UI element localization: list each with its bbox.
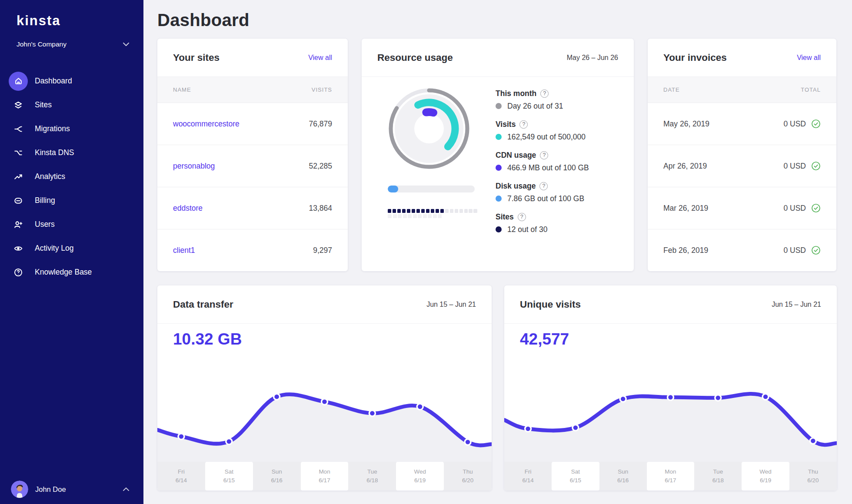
invoice-date: Mar 26, 2019	[663, 204, 708, 213]
table-row: May 26, 2019 0 USD	[648, 103, 836, 145]
credit-card-icon	[9, 191, 28, 210]
legend-sites: Sites? 12 out of 30	[496, 211, 589, 236]
legend-title: Visits	[496, 120, 516, 129]
sidebar-item-migrations[interactable]: Migrations	[0, 117, 143, 141]
site-visits: 13,864	[309, 204, 332, 213]
resource-gauges	[388, 87, 477, 242]
sidebar-item-knowledge-base[interactable]: Knowledge Base	[0, 260, 143, 284]
day-label: Sat6/15	[205, 462, 253, 491]
site-link[interactable]: client1	[173, 246, 195, 255]
site-visits: 52,285	[309, 162, 332, 171]
blue-dot-icon	[496, 196, 502, 202]
table-row: Feb 26, 2019 0 USD	[648, 229, 836, 271]
invoice-date: Feb 26, 2019	[663, 246, 708, 255]
day-label: Wed6/19	[396, 462, 444, 491]
invoice-total: 0 USD	[783, 204, 806, 213]
table-row: woocommercestore 76,879	[157, 103, 348, 145]
sidebar-item-activity-log[interactable]: Activity Log	[0, 236, 143, 260]
legend-value: 466.9 MB out of 100 GB	[507, 163, 589, 172]
day-label: Thu6/20	[789, 462, 837, 491]
legend-value: 7.86 GB out of 100 GB	[507, 194, 584, 203]
day-axis: Fri6/14 Sat6/15 Sun6/16 Mon6/17 Tue6/18 …	[504, 462, 837, 491]
sidebar-item-label: Sites	[35, 100, 52, 109]
sidebar-item-label: Billing	[35, 196, 55, 205]
day-label: Tue6/18	[348, 462, 396, 491]
card-title: Data transfer	[173, 299, 233, 310]
question-circle-icon	[9, 263, 28, 282]
help-icon[interactable]: ?	[539, 182, 548, 190]
sidebar-item-label: Analytics	[35, 172, 65, 181]
column-total: TOTAL	[801, 86, 821, 93]
legend-value: Day 26 out of 31	[507, 102, 563, 111]
site-link[interactable]: woocommercestore	[173, 119, 240, 129]
sidebar-item-users[interactable]: Users	[0, 212, 143, 236]
chevron-up-icon	[123, 487, 130, 491]
legend-title: Disk usage	[496, 182, 536, 191]
invoice-total: 0 USD	[783, 162, 806, 171]
route-icon	[9, 143, 28, 162]
user-add-icon	[9, 215, 28, 234]
help-icon[interactable]: ?	[519, 120, 528, 129]
legend-value: 12 out of 30	[507, 225, 547, 234]
column-name: NAME	[173, 86, 191, 93]
user-name: John Doe	[35, 485, 123, 494]
help-icon[interactable]: ?	[540, 151, 548, 159]
legend-title: This month	[496, 89, 536, 98]
company-selector[interactable]: John's Company	[0, 29, 143, 48]
sites-usage-squares	[388, 209, 477, 218]
teal-dot-icon	[496, 134, 502, 140]
sidebar: kinsta John's Company Dashboard Sites	[0, 0, 143, 504]
card-title: Your invoices	[663, 52, 727, 63]
site-visits: 76,879	[309, 119, 332, 129]
card-title: Your sites	[173, 52, 220, 63]
table-row: eddstore 13,864	[157, 187, 348, 229]
sidebar-item-kinsta-dns[interactable]: Kinsta DNS	[0, 141, 143, 165]
sidebar-item-label: Users	[35, 220, 55, 229]
day-label: Fri6/14	[157, 462, 205, 491]
disk-usage-bar	[388, 186, 475, 192]
app-window: kinsta John's Company Dashboard Sites	[0, 0, 852, 504]
day-label: Mon6/17	[301, 462, 349, 491]
sidebar-item-billing[interactable]: Billing	[0, 189, 143, 212]
resource-legend: This month? Day 26 out of 31 Visits? 162…	[496, 87, 589, 242]
view-all-invoices-link[interactable]: View all	[797, 54, 821, 62]
kinsta-logo[interactable]: kinsta	[0, 0, 143, 29]
navy-dot-icon	[496, 226, 502, 232]
day-label: Tue6/18	[694, 462, 742, 491]
your-sites-card: Your sites View all NAME VISITS woocomme…	[157, 39, 348, 271]
layers-icon	[9, 96, 28, 115]
sidebar-item-sites[interactable]: Sites	[0, 93, 143, 117]
data-transfer-card: Data transfer Jun 15 – Jun 21 10.32 GB F…	[157, 285, 492, 491]
sidebar-item-label: Activity Log	[35, 244, 73, 253]
home-icon	[9, 72, 28, 91]
invoices-table-header: DATE TOTAL	[648, 77, 836, 103]
invoice-date: Apr 26, 2019	[663, 162, 707, 171]
date-range: May 26 – Jun 26	[567, 54, 618, 62]
table-row: Mar 26, 2019 0 USD	[648, 187, 836, 229]
company-name: John's Company	[17, 40, 67, 48]
help-icon[interactable]: ?	[518, 213, 526, 221]
legend-cdn-usage: CDN usage? 466.9 MB out of 100 GB	[496, 149, 589, 174]
resource-usage-card: Resource usage May 26 – Jun 26	[362, 39, 634, 271]
view-all-sites-link[interactable]: View all	[308, 54, 332, 62]
site-link[interactable]: eddstore	[173, 204, 203, 213]
help-icon[interactable]: ?	[540, 90, 549, 98]
data-transfer-total: 10.32 GB	[157, 324, 492, 351]
user-menu[interactable]: John Doe	[0, 481, 143, 498]
legend-this-month: This month? Day 26 out of 31	[496, 87, 589, 113]
date-range: Jun 15 – Jun 21	[426, 301, 476, 308]
column-date: DATE	[663, 86, 680, 93]
sidebar-item-dashboard[interactable]: Dashboard	[0, 69, 143, 93]
sidebar-item-analytics[interactable]: Analytics	[0, 165, 143, 189]
your-invoices-card: Your invoices View all DATE TOTAL May 26…	[648, 39, 836, 271]
legend-value: 162,549 out of 500,000	[507, 133, 586, 142]
sidebar-item-label: Knowledge Base	[35, 268, 92, 277]
gray-dot-icon	[496, 103, 502, 109]
site-link[interactable]: personablog	[173, 162, 215, 171]
unique-visits-card: Unique visits Jun 15 – Jun 21 42,577 Fri…	[504, 285, 837, 491]
day-label: Sat6/15	[552, 462, 599, 491]
legend-disk-usage: Disk usage? 7.86 GB out of 100 GB	[496, 180, 589, 205]
page-title: Dashboard	[157, 10, 837, 30]
sidebar-item-label: Dashboard	[35, 76, 72, 86]
data-transfer-chart	[157, 351, 492, 462]
